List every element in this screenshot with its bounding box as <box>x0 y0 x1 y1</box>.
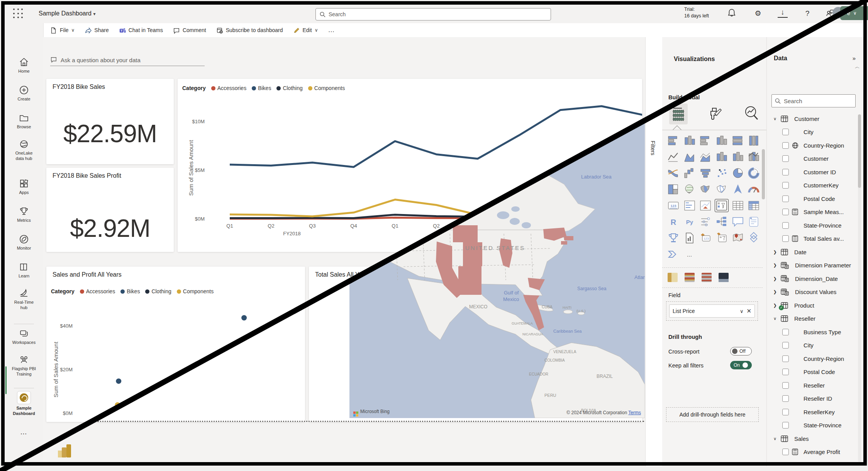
field-checkbox[interactable] <box>782 196 789 202</box>
visual-type-line-icon[interactable] <box>667 151 680 163</box>
download-icon[interactable]: ↓ <box>778 9 788 18</box>
visual-type-power-automate-icon[interactable] <box>715 232 728 244</box>
add-drill-through-dropzone[interactable]: Add drill-through fields here <box>666 407 759 422</box>
sidebar-item-onelake-data-hub[interactable]: OneLakedata hub <box>5 139 43 161</box>
chevron-down-icon[interactable]: ∨ <box>772 116 778 121</box>
collapse-pane-icon[interactable]: » <box>757 56 760 62</box>
cross-report-toggle[interactable]: Off <box>730 347 752 355</box>
visual-type-line-and-stacked-column-icon[interactable] <box>715 151 728 163</box>
menu-more-button[interactable]: … <box>328 26 335 34</box>
data-tree-row[interactable]: ResellerKey <box>767 406 858 418</box>
field-checkbox[interactable] <box>782 329 789 335</box>
data-tree-row[interactable]: Country-Region <box>767 139 858 151</box>
visual-type-multi-row-card-icon[interactable] <box>683 199 696 212</box>
visual-type-q-and-a-icon[interactable] <box>731 216 744 228</box>
sidebar-item-metrics[interactable]: Metrics <box>5 206 43 223</box>
tab-analytics[interactable] <box>744 105 760 121</box>
sidebar-item-monitor[interactable]: Monitor <box>5 234 43 251</box>
visual-type-donut-icon[interactable] <box>747 167 760 179</box>
data-tree-row[interactable]: State-Province <box>767 420 858 431</box>
field-checkbox[interactable] <box>782 235 789 242</box>
scrollbar-thumb[interactable] <box>762 149 765 199</box>
visual-type-100-stacked-bar-icon[interactable] <box>731 134 744 147</box>
menu-item-subscribe-to-dashboard[interactable]: Subscribe to dashboard <box>216 27 283 34</box>
visual-type-treemap-icon[interactable] <box>667 183 680 196</box>
notifications-bell-icon[interactable] <box>727 9 737 19</box>
chevron-down-icon[interactable]: ∨ <box>772 436 778 441</box>
data-tree-row[interactable]: Postal Code <box>767 366 858 378</box>
visual-type-arcgis-map-icon[interactable] <box>731 232 744 244</box>
global-search-input[interactable]: Search <box>315 8 551 20</box>
help-icon[interactable]: ? <box>802 9 812 19</box>
sidebar-item-sample-dashboard[interactable]: SampleDashboard <box>5 391 43 416</box>
data-tree-row[interactable]: City <box>767 340 858 351</box>
visual-type-power-apps-icon[interactable]: 123 <box>699 232 712 244</box>
data-tree-row[interactable]: Sample Meas... <box>767 206 858 218</box>
sidebar-more-button[interactable]: … <box>5 428 43 436</box>
legend-item-components[interactable]: Components <box>308 85 345 91</box>
field-checkbox[interactable] <box>782 182 789 189</box>
data-tree-row[interactable]: Reseller <box>767 379 858 391</box>
legend-item-accessories[interactable]: Accessories <box>211 85 246 91</box>
visual-type-ribbon-icon[interactable] <box>667 167 680 179</box>
visual-type-paginated-report-icon[interactable] <box>683 232 696 244</box>
chevron-right-icon[interactable]: ❯ <box>772 276 778 281</box>
visual-type-tile-slicer-icon[interactable] <box>699 216 712 228</box>
visual-type-python-icon[interactable]: Py <box>683 216 696 228</box>
visual-type-waterfall-icon[interactable] <box>683 167 696 179</box>
sidebar-item-create[interactable]: Create <box>5 85 43 102</box>
data-tree-row[interactable]: ∨Reseller <box>767 313 858 325</box>
field-checkbox[interactable] <box>782 422 789 428</box>
visual-type-r-script-icon[interactable]: R <box>667 216 680 228</box>
scroll-up-icon[interactable]: ︿ <box>855 63 860 70</box>
data-tree-row[interactable]: Postal Code <box>767 193 858 204</box>
visual-type-line-and-clustered-column-icon[interactable] <box>731 151 744 163</box>
tile-fy2018-bike-sales-profit[interactable]: FY2018 Bike Sales Profit $2.92M <box>46 168 174 252</box>
remove-field-icon[interactable]: ✕ <box>746 308 751 315</box>
app-title[interactable]: Sample Dashboard ▾ <box>39 10 95 17</box>
tab-format-visual[interactable] <box>709 106 722 121</box>
visual-thumbnail[interactable] <box>685 273 695 282</box>
visual-type-map-icon[interactable] <box>683 183 696 196</box>
sidebar-item-flagship-pbi-training[interactable]: Flagship PBITraining <box>5 355 43 377</box>
visual-type-azure-map-icon[interactable] <box>731 183 744 196</box>
sidebar-item-apps[interactable]: Apps <box>5 179 43 195</box>
visual-type-shape-map-icon[interactable] <box>715 183 728 196</box>
data-tree-row[interactable]: Customer <box>767 153 858 165</box>
visual-type-stacked-bar-icon[interactable] <box>667 134 680 147</box>
field-checkbox[interactable] <box>782 409 789 415</box>
scrollbar-thumb[interactable] <box>858 114 861 188</box>
settings-gear-icon[interactable]: ⚙ <box>753 9 763 19</box>
tile-scatter-chart[interactable]: Sales and Profit All Years CategoryAcces… <box>46 267 305 422</box>
legend-item-bikes[interactable]: Bikes <box>252 85 271 91</box>
menu-item-chat-in-teams[interactable]: TChat in Teams <box>119 27 163 34</box>
data-search-input[interactable]: Search <box>771 94 856 107</box>
data-tree-row[interactable]: State-Province <box>767 219 858 231</box>
field-checkbox[interactable] <box>782 369 789 375</box>
data-tree-row[interactable]: Reseller ID <box>767 393 858 405</box>
menu-item-comment[interactable]: Comment <box>173 27 206 34</box>
menu-item-edit[interactable]: Edit∨ <box>293 27 318 34</box>
visual-type-matrix-icon[interactable] <box>747 199 760 212</box>
visual-type-scorecard-icon[interactable] <box>747 232 760 244</box>
data-tree-row[interactable]: ❯Dimension_Date <box>767 273 858 284</box>
field-checkbox[interactable] <box>782 355 789 362</box>
visual-type-filled-map-icon[interactable] <box>699 183 712 196</box>
field-checkbox[interactable] <box>782 342 789 349</box>
chevron-right-icon[interactable]: ❯ <box>772 263 778 268</box>
visual-thumbnail[interactable] <box>719 273 729 282</box>
field-checkbox[interactable] <box>782 142 789 149</box>
data-tree-row[interactable]: ❯Dimension Parameter <box>767 260 858 271</box>
data-tree-row[interactable]: Country-Region <box>767 353 858 364</box>
collapse-pane-icon[interactable]: » <box>853 55 856 61</box>
chevron-down-icon[interactable]: ∨ <box>772 316 778 321</box>
data-tree-row[interactable]: ∨Sales <box>767 433 858 444</box>
data-tree-row[interactable]: CustomerKey <box>767 180 858 191</box>
legend-item-accessories[interactable]: Accessories <box>80 288 115 294</box>
data-tree-row[interactable]: City <box>767 126 858 138</box>
visual-type-card-icon[interactable]: 123 <box>667 199 680 212</box>
menu-item-file[interactable]: File∨ <box>50 27 75 34</box>
qna-input[interactable]: Ask a question about your data <box>50 54 205 66</box>
visual-type-gauge-icon[interactable] <box>747 183 760 196</box>
data-tree-row[interactable]: ∨Customer <box>767 113 858 124</box>
